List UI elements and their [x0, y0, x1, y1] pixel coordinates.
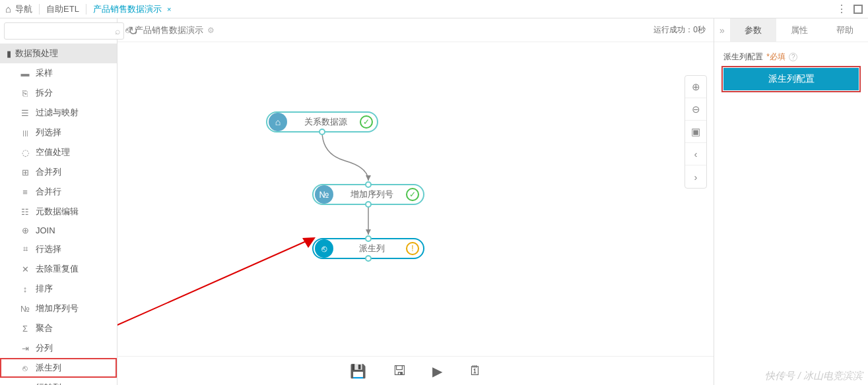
tab-attrs[interactable]: 属性 — [776, 18, 822, 42]
zoom-fit-icon[interactable]: ▣ — [685, 121, 706, 143]
tree-item-split[interactable]: ⎘拆分 — [0, 83, 117, 103]
tab-close-icon[interactable]: × — [167, 5, 171, 13]
home-icon[interactable]: ⌂ — [5, 3, 11, 15]
breadcrumb-nav[interactable]: 导航 — [15, 3, 32, 15]
separator — [39, 4, 40, 15]
tree-item-row2col[interactable]: ⇄行转列 — [0, 378, 117, 385]
merger-icon: ≡ — [20, 187, 30, 197]
zoom-in-icon[interactable]: ⊕ — [685, 76, 706, 98]
tree-group-preprocess[interactable]: ▮ 数据预处理 — [0, 44, 117, 63]
port-out[interactable] — [365, 201, 372, 208]
folder-icon: ▮ — [7, 49, 11, 59]
breadcrumb-l2[interactable]: 产品销售数据演示 — [93, 3, 162, 15]
search-input[interactable] — [4, 22, 124, 40]
more-icon[interactable]: ⋮ — [836, 3, 847, 15]
join-icon: ⊕ — [20, 225, 30, 235]
splitc-icon: ⇥ — [20, 343, 30, 353]
tree-item-mergecol[interactable]: ⊞合并列 — [0, 162, 117, 182]
tree-item-mergerow[interactable]: ≡合并行 — [0, 182, 117, 202]
chevron-left-icon[interactable]: ‹ — [685, 143, 706, 165]
addseq-icon: № — [315, 185, 333, 204]
run-status: 运行成功：0秒 — [653, 24, 706, 36]
flow-title: 产品销售数据演示 — [135, 24, 203, 36]
tab-help[interactable]: 帮助 — [822, 18, 868, 42]
tree-item-sort[interactable]: ↕排序 — [0, 279, 117, 299]
tree-item-dedup[interactable]: ✕去除重复值 — [0, 259, 117, 279]
tree-item-filter[interactable]: ☰过滤与映射 — [0, 103, 117, 123]
db-icon: ⌂ — [269, 113, 287, 131]
filter-icon: ☰ — [20, 108, 30, 118]
derive-icon: ⎋ — [315, 239, 333, 258]
derive-config-button[interactable]: 派生列配置 — [723, 68, 859, 90]
save-icon[interactable]: 💾 — [350, 363, 366, 379]
status-warn-icon: ! — [406, 242, 419, 255]
tree-item-agg[interactable]: Σ聚合 — [0, 318, 117, 338]
rowsel-icon: ⌗ — [20, 244, 30, 254]
tree-item-splitcol[interactable]: ⇥分列 — [0, 338, 117, 358]
mergec-icon: ⊞ — [20, 167, 30, 177]
meta-icon: ☷ — [20, 207, 30, 217]
status-ok-icon: ✓ — [360, 115, 373, 129]
r2c-icon: ⇄ — [20, 383, 30, 386]
flow-icon: ⎋ — [125, 25, 131, 35]
status-ok-icon: ✓ — [406, 188, 419, 201]
breadcrumb-l1[interactable]: 自助ETL — [46, 3, 79, 15]
sort-icon: ↕ — [20, 284, 30, 294]
sidebar: ⌕ ↻ ▮ 数据预处理 ▬采样 ⎘拆分 ☰过滤与映射 ⫼列选择 ◌空值处理 ⊞合… — [0, 18, 117, 385]
canvas-area: ⎋ 产品销售数据演示 ⚙ 运行成功：0秒 ⌂ 关系数据源 ✓ — [117, 18, 714, 385]
schedule-icon[interactable]: 🗓 — [469, 363, 482, 378]
addseq-icon: № — [20, 304, 30, 314]
separator — [86, 4, 86, 15]
node-derive[interactable]: ⎋ 派生列 ! — [312, 238, 424, 259]
gear-icon[interactable]: ⚙ — [207, 26, 215, 35]
tree-item-addseq[interactable]: №增加序列号 — [0, 299, 117, 318]
chevron-right-icon[interactable]: › — [685, 165, 706, 188]
breadcrumb: ⌂ 导航 自助ETL 产品销售数据演示 × — [5, 3, 836, 15]
config-label: 派生列配置 *必填 ? — [723, 51, 859, 63]
port-out[interactable] — [365, 255, 372, 262]
dedup-icon: ✕ — [20, 264, 30, 274]
component-tree: ▮ 数据预处理 ▬采样 ⎘拆分 ☰过滤与映射 ⫼列选择 ◌空值处理 ⊞合并列 ≡… — [0, 44, 117, 385]
zoom-panel: ⊕ ⊖ ▣ ‹ › — [684, 75, 707, 189]
port-in[interactable] — [365, 235, 372, 242]
node-datasource[interactable]: ⌂ 关系数据源 ✓ — [266, 111, 378, 133]
folder-icon: ▬ — [20, 69, 30, 78]
tree-item-meta[interactable]: ☷元数据编辑 — [0, 202, 117, 222]
tab-params[interactable]: 参数 — [730, 18, 776, 42]
help-icon[interactable]: ? — [789, 53, 797, 61]
zoom-out-icon[interactable]: ⊖ — [685, 98, 706, 121]
save-as-icon[interactable]: 🖫 — [393, 363, 406, 378]
collapse-icon[interactable]: » — [714, 18, 730, 42]
tree-item-rowselect[interactable]: ⌗行选择 — [0, 239, 117, 259]
run-icon[interactable]: ▶ — [432, 363, 442, 379]
maximize-icon[interactable] — [853, 5, 863, 14]
port-in[interactable] — [365, 181, 372, 188]
tree-item-derive[interactable]: ⎋派生列 — [0, 358, 117, 378]
derive-icon: ⎋ — [20, 363, 30, 373]
agg-icon: Σ — [20, 324, 30, 334]
node-addseq[interactable]: № 增加序列号 ✓ — [312, 184, 424, 205]
flow-canvas[interactable]: ⌂ 关系数据源 ✓ № 增加序列号 ✓ ⎋ 派生列 ! ⊕ — [117, 42, 714, 356]
svg-marker-0 — [366, 175, 371, 181]
tree-item-sample[interactable]: ▬采样 — [0, 63, 117, 83]
cols-icon: ⫼ — [20, 128, 30, 138]
svg-marker-1 — [366, 229, 371, 235]
port-out[interactable] — [319, 129, 325, 135]
svg-line-2 — [117, 240, 309, 345]
tree-item-colselect[interactable]: ⫼列选择 — [0, 123, 117, 142]
tree-item-null[interactable]: ◌空值处理 — [0, 142, 117, 162]
tree-item-join[interactable]: ⊕JOIN — [0, 222, 117, 239]
split-icon: ⎘ — [20, 88, 30, 98]
right-panel: » 参数 属性 帮助 派生列配置 *必填 ? 派生列配置 — [714, 18, 868, 385]
bottom-toolbar: 💾 🖫 ▶ 🗓 — [117, 356, 714, 385]
null-icon: ◌ — [20, 148, 30, 158]
